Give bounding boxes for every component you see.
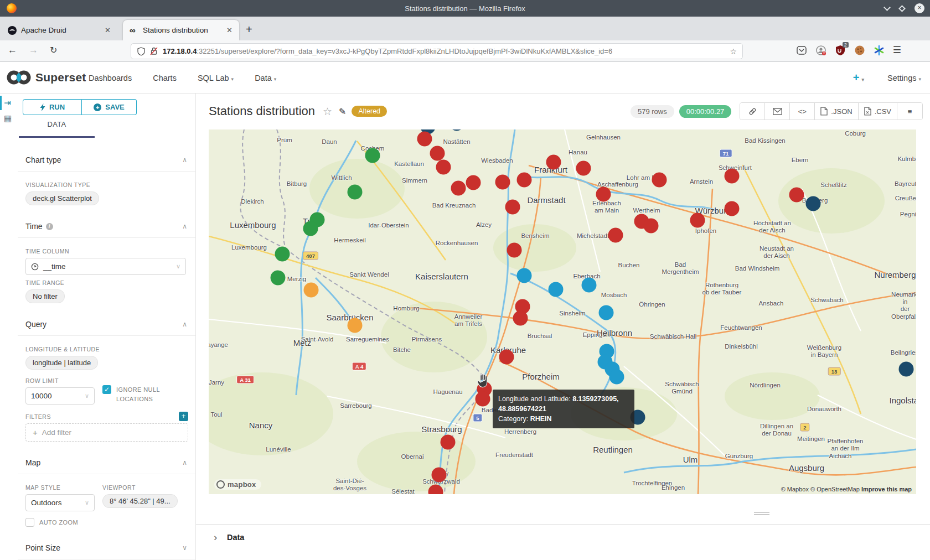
section-point-size[interactable]: Point Size ∨ [18,537,196,559]
collapse-chevron-icon[interactable]: ∧ [182,222,187,230]
firefox-menu-icon[interactable]: ☰ [893,44,901,56]
tab-close-icon[interactable]: ✕ [105,26,111,34]
add-filter-plus-button[interactable]: + [179,412,188,421]
data-point-green[interactable] [348,185,363,200]
data-point-red[interactable] [505,200,520,215]
mapbox-logo[interactable]: mapbox [214,479,261,490]
account-icon[interactable] [815,45,826,56]
section-map[interactable]: Map ∧ [18,452,196,474]
chart-menu-button[interactable]: ≡ [897,103,922,120]
window-minimize-icon[interactable] [884,4,891,11]
collapse-chevron-icon[interactable]: ∧ [182,459,187,466]
nav-item-dashboards[interactable]: Dashboards [89,74,132,82]
panel-resize-handle[interactable] [754,512,769,515]
data-point-green[interactable] [271,271,286,286]
data-point-orange[interactable] [348,318,363,333]
back-button[interactable]: ← [8,45,17,56]
collapse-chevron-icon[interactable]: ∨ [182,544,187,552]
auto-zoom-checkbox[interactable] [25,518,34,527]
reload-button[interactable]: ↻ [50,45,57,55]
data-point-cyan[interactable] [582,278,597,293]
data-point-red[interactable] [451,181,466,196]
embed-code-button[interactable]: <> [790,103,815,120]
deckgl-scatterplot-map[interactable]: PrümDaunCochemNastättenGelnhausenHanauBa… [209,129,916,494]
data-point-red[interactable] [513,311,528,326]
export-json-button[interactable]: .JSON [815,103,858,120]
window-close-icon[interactable]: × [914,3,924,13]
copy-link-button[interactable] [740,103,765,120]
collapse-chevron-icon[interactable]: ∧ [182,156,187,164]
edit-properties-icon[interactable]: ✎ [339,106,346,117]
export-csv-button[interactable]: .CSV [859,103,897,120]
data-point-red[interactable] [417,132,432,147]
ublock-icon[interactable]: 2 [835,45,846,56]
data-point-red[interactable] [789,188,804,203]
map-style-select[interactable]: Outdoors ∨ [25,494,95,511]
row-limit-select[interactable]: 10000 ∨ [25,387,95,405]
time-column-select[interactable]: __time ∨ [25,258,186,275]
data-point-cyan[interactable] [549,282,564,297]
data-point-green[interactable] [365,148,380,163]
browser-tab-apache-druid[interactable]: Apache Druid ✕ [1,20,117,40]
section-chart-type[interactable]: Chart type ∧ [18,149,196,172]
settings-menu[interactable]: Settings▾ [887,74,921,82]
run-button[interactable]: RUN [23,99,82,115]
data-point-cyan[interactable] [517,268,532,283]
data-point-red[interactable] [517,173,532,188]
insecure-lock-icon[interactable] [150,47,158,55]
data-point-orange[interactable] [304,283,319,298]
data-point-red[interactable] [507,243,522,258]
favorite-star-icon[interactable]: ☆ [323,105,332,118]
data-point-red[interactable] [441,435,456,450]
data-point-red[interactable] [644,219,659,234]
dataset-grid-icon[interactable]: ▦ [4,113,12,123]
add-new-button[interactable]: +▾ [853,71,864,84]
tab-data[interactable]: DATA [19,120,95,138]
nav-item-charts[interactable]: Charts [153,74,177,82]
data-point-navy[interactable] [899,362,914,377]
email-button[interactable] [765,103,790,120]
data-point-navy[interactable] [806,196,821,211]
extension-asterisk-icon[interactable] [874,45,885,56]
section-time[interactable]: Time i ∧ [18,215,196,238]
cookie-icon[interactable] [854,45,865,56]
data-point-cyan[interactable] [599,305,614,320]
url-bar[interactable]: 172.18.0.4 :32251/superset/explore/?form… [131,43,743,59]
data-point-red[interactable] [725,201,740,216]
data-point-cyan[interactable] [609,370,624,385]
data-point-red[interactable] [652,173,667,188]
bookmark-star-icon[interactable]: ☆ [730,47,737,56]
collapse-chevron-icon[interactable]: ∧ [182,320,187,328]
data-point-red[interactable] [430,146,445,161]
data-results-panel[interactable]: › Data [196,524,930,560]
attribution-osm[interactable]: © OpenStreetMap [810,486,860,492]
data-point-red[interactable] [725,169,740,184]
improve-map-link[interactable]: Improve this map [861,486,912,492]
viz-type-pill[interactable]: deck.gl Scatterplot [25,191,99,205]
data-point-red[interactable] [436,160,451,175]
data-point-red[interactable] [495,175,510,190]
tab-close-icon[interactable]: ✕ [226,26,232,34]
time-range-pill[interactable]: No filter [25,289,65,303]
window-maximize-icon[interactable] [898,5,906,12]
nav-item-sql-lab[interactable]: SQL Lab▾ [198,74,234,82]
browser-tab-stations-distribution[interactable]: ∞ Stations distribution ✕ [123,20,239,40]
new-tab-button[interactable]: + [246,23,252,36]
save-button[interactable]: + SAVE [82,99,137,115]
attribution-mapbox[interactable]: © Mapbox [781,486,809,492]
data-point-red[interactable] [690,213,705,228]
data-point-red[interactable] [576,161,591,176]
data-point-red[interactable] [432,468,447,483]
data-point-red[interactable] [499,350,514,365]
data-point-red[interactable] [546,155,561,170]
ignore-null-checkbox[interactable]: ✓ [102,385,111,394]
nav-item-data[interactable]: Data▾ [255,74,276,82]
data-point-red[interactable] [476,392,490,407]
add-filter-box[interactable]: + Add filter [25,423,188,442]
superset-logo[interactable]: Superset [7,69,86,86]
data-point-red[interactable] [466,175,481,190]
pocket-icon[interactable] [796,45,807,56]
collapse-panel-icon[interactable]: ⇥ [4,98,11,108]
shield-icon[interactable] [137,47,146,56]
data-point-red[interactable] [596,187,611,202]
